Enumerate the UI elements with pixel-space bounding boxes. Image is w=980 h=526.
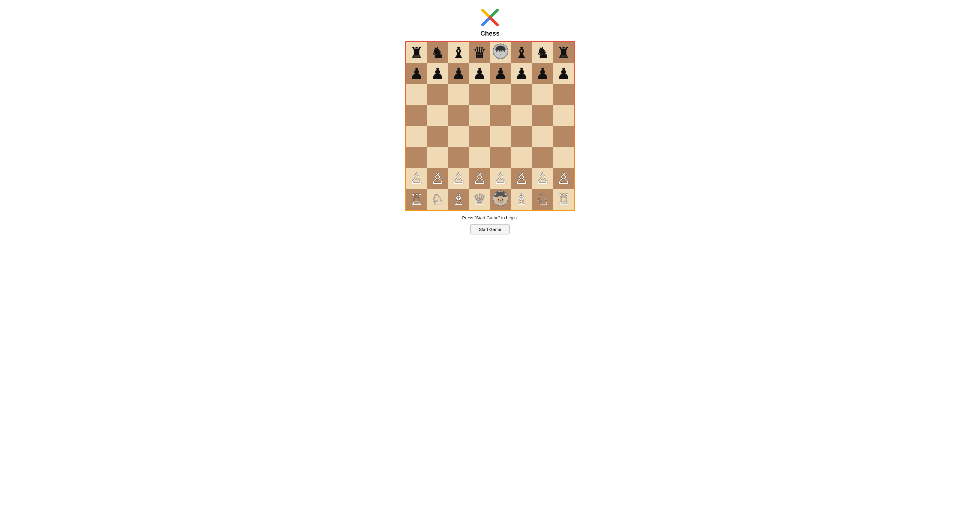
cell-6-4[interactable]: ♙ — [490, 168, 511, 189]
cell-4-3[interactable] — [469, 126, 490, 147]
cell-6-6[interactable]: ♙ — [532, 168, 553, 189]
cell-0-6[interactable]: ♞ — [532, 42, 553, 63]
cell-7-0[interactable]: ♖ — [406, 189, 427, 210]
cell-0-2[interactable]: ♝ — [448, 42, 469, 63]
cell-1-3[interactable]: ♟ — [469, 63, 490, 84]
cell-5-4[interactable] — [490, 147, 511, 168]
cell-0-1[interactable]: ♞ — [427, 42, 448, 63]
piece-wR: ♖ — [410, 192, 423, 207]
start-game-button[interactable]: Start Game — [471, 224, 510, 234]
cell-5-1[interactable] — [427, 147, 448, 168]
cell-4-5[interactable] — [511, 126, 532, 147]
cell-4-4[interactable] — [490, 126, 511, 147]
piece-wP: ♙ — [410, 171, 423, 186]
piece-bB: ♝ — [515, 45, 528, 60]
cell-6-3[interactable]: ♙ — [469, 168, 490, 189]
cell-3-0[interactable] — [406, 105, 427, 126]
cell-7-5[interactable]: ♗ — [511, 189, 532, 210]
cell-2-2[interactable] — [448, 84, 469, 105]
cell-0-3[interactable]: ♛ — [469, 42, 490, 63]
cell-2-3[interactable] — [469, 84, 490, 105]
cell-5-5[interactable] — [511, 147, 532, 168]
svg-line-2 — [483, 10, 490, 17]
cell-5-3[interactable] — [469, 147, 490, 168]
svg-line-4 — [483, 17, 490, 25]
cell-2-0[interactable] — [406, 84, 427, 105]
piece-wP: ♙ — [452, 171, 466, 186]
piece-bQ: ♛ — [473, 45, 487, 60]
cell-6-5[interactable]: ♙ — [511, 168, 532, 189]
cell-1-5[interactable]: ♟ — [511, 63, 532, 84]
svg-point-11 — [497, 50, 498, 51]
cell-1-6[interactable]: ♟ — [532, 63, 553, 84]
cell-2-5[interactable] — [511, 84, 532, 105]
piece-bP: ♟ — [494, 66, 508, 81]
piece-bN: ♞ — [431, 45, 444, 60]
piece-wB: ♗ — [515, 192, 528, 207]
cell-7-4[interactable] — [490, 189, 511, 210]
cell-2-4[interactable] — [490, 84, 511, 105]
cell-0-7[interactable]: ♜ — [553, 42, 574, 63]
cell-7-7[interactable]: ♖ — [553, 189, 574, 210]
cell-3-5[interactable] — [511, 105, 532, 126]
cell-3-3[interactable] — [469, 105, 490, 126]
cell-4-0[interactable] — [406, 126, 427, 147]
cell-7-6[interactable]: ♘ — [532, 189, 553, 210]
cell-1-2[interactable]: ♟ — [448, 63, 469, 84]
cell-7-2[interactable]: ♗ — [448, 189, 469, 210]
chess-board: ♜♞♝♛ — [406, 42, 574, 210]
cell-4-7[interactable] — [553, 126, 574, 147]
piece-wP: ♙ — [494, 171, 508, 186]
cell-1-4[interactable]: ♟ — [490, 63, 511, 84]
cell-3-2[interactable] — [448, 105, 469, 126]
cell-7-1[interactable]: ♘ — [427, 189, 448, 210]
cell-5-2[interactable] — [448, 147, 469, 168]
chess-board-wrapper: ♜♞♝♛ — [405, 41, 575, 211]
svg-rect-16 — [496, 192, 504, 196]
piece-bR: ♜ — [410, 45, 423, 60]
cell-0-0[interactable]: ♜ — [406, 42, 427, 63]
piece-bP: ♟ — [431, 66, 444, 81]
cell-6-2[interactable]: ♙ — [448, 168, 469, 189]
app-title: Chess — [480, 30, 500, 37]
svg-point-18 — [498, 199, 500, 200]
cell-0-5[interactable]: ♝ — [511, 42, 532, 63]
cell-6-7[interactable]: ♙ — [553, 168, 574, 189]
cell-4-6[interactable] — [532, 126, 553, 147]
svg-line-5 — [490, 17, 497, 25]
cell-3-7[interactable] — [553, 105, 574, 126]
cell-1-1[interactable]: ♟ — [427, 63, 448, 84]
cell-4-2[interactable] — [448, 126, 469, 147]
cell-6-0[interactable]: ♙ — [406, 168, 427, 189]
cell-1-0[interactable]: ♟ — [406, 63, 427, 84]
cell-5-6[interactable] — [532, 147, 553, 168]
piece-wQ: ♕ — [473, 192, 487, 207]
piece-wB: ♗ — [452, 192, 466, 207]
piece-wR: ♖ — [557, 192, 571, 207]
cell-1-7[interactable]: ♟ — [553, 63, 574, 84]
cell-0-4[interactable] — [490, 42, 511, 63]
piece-wP: ♙ — [473, 171, 487, 186]
piece-bN: ♞ — [536, 45, 549, 60]
svg-line-3 — [490, 10, 497, 17]
cell-2-7[interactable] — [553, 84, 574, 105]
app-logo — [481, 9, 499, 27]
cell-3-1[interactable] — [427, 105, 448, 126]
piece-bB: ♝ — [452, 45, 466, 60]
white-king-avatar — [492, 190, 509, 209]
piece-bP: ♟ — [452, 66, 466, 81]
cell-5-0[interactable] — [406, 147, 427, 168]
cell-7-3[interactable]: ♕ — [469, 189, 490, 210]
cell-2-6[interactable] — [532, 84, 553, 105]
cell-5-7[interactable] — [553, 147, 574, 168]
piece-wN: ♘ — [431, 192, 444, 207]
cell-6-1[interactable]: ♙ — [427, 168, 448, 189]
piece-wP: ♙ — [536, 171, 549, 186]
piece-wP: ♙ — [515, 171, 528, 186]
cell-2-1[interactable] — [427, 84, 448, 105]
svg-point-12 — [503, 50, 504, 51]
cell-3-4[interactable] — [490, 105, 511, 126]
cell-4-1[interactable] — [427, 126, 448, 147]
piece-bP: ♟ — [515, 66, 528, 81]
cell-3-6[interactable] — [532, 105, 553, 126]
